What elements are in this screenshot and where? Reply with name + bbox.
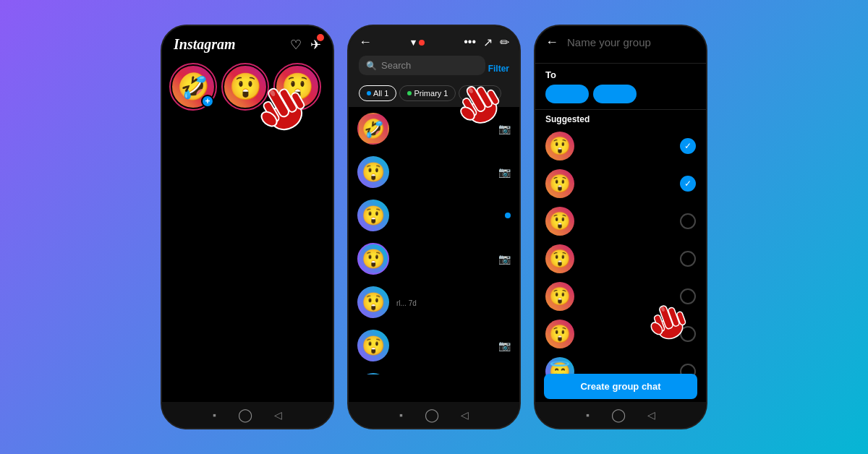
story-item-3[interactable]: 😲 [275, 64, 320, 109]
inbox-title: ▾ [411, 37, 425, 48]
radio-circle-3 [680, 213, 696, 229]
suggest-item-6[interactable]: 😲 [545, 315, 696, 353]
msg-avatar-1: 🤣 [357, 113, 389, 145]
msg-avatar-6: 😲 [357, 330, 389, 361]
to-section: To [535, 64, 706, 110]
chip-dot-green [407, 91, 412, 95]
filter-button[interactable]: Filter [488, 64, 509, 74]
suggest-avatar-3: 😲 [545, 207, 574, 236]
to-chips [545, 85, 696, 103]
to-label: To [545, 69, 696, 80]
radio-circle-5 [680, 288, 696, 304]
bottom-nav-1: ▪ ◯ ◁ [162, 402, 333, 428]
nav-square-2[interactable]: ▪ [399, 409, 403, 421]
camera-icon-4: 📷 [498, 253, 511, 265]
messenger-icon[interactable]: ✈ [310, 37, 321, 53]
radio-checked-1: ✓ [680, 138, 696, 154]
nav-circle-3[interactable]: ◯ [611, 407, 626, 423]
to-chip-2[interactable] [593, 85, 637, 103]
nav-back-2[interactable]: ◁ [461, 409, 469, 421]
notification-badge [317, 34, 324, 41]
suggest-avatar-1: 😲 [545, 132, 574, 160]
filter-chip-all[interactable]: All 1 [359, 85, 396, 101]
search-bar[interactable]: 🔍 Search [359, 56, 485, 75]
bottom-nav-3: ▪ ◯ ◁ [535, 402, 706, 428]
msg-time-5: rl... 7d [396, 299, 417, 307]
radio-circle-4 [680, 251, 696, 267]
filter-chip-primary[interactable]: Primary 1 [399, 85, 456, 101]
to-chip-1[interactable] [545, 85, 589, 103]
story-item-2[interactable]: 😲 [223, 64, 268, 109]
filter-chips: All 1 Primary 1 Gene... [359, 85, 509, 101]
suggest-item-1[interactable]: 😲 ✓ [545, 127, 696, 165]
msg-avatar-7: 😲 [357, 373, 389, 374]
feed-area [162, 115, 333, 375]
phone3-header: ← Name your group [535, 26, 706, 64]
phone1-header: Instagram ♡ ✈ [162, 26, 333, 59]
camera-icon-2: 📷 [498, 166, 511, 178]
chip-all-label: All 1 [373, 89, 388, 98]
msg-avatar-3: 😲 [357, 200, 389, 231]
suggest-item-5[interactable]: 😲 [545, 278, 696, 315]
chip-primary-label: Primary 1 [414, 89, 448, 98]
phone-2-messages: ← ▾ ••• ↗ ✏ 🔍 Search Filter All 1 [347, 25, 521, 429]
message-list: 🤣 📷 😲 📷 😲 😲 📷 😲 rl... 7d 😲 [349, 107, 519, 374]
instagram-logo: Instagram [174, 36, 236, 53]
message-item-7[interactable]: 😲 [349, 367, 519, 374]
camera-icon-1: 📷 [498, 123, 511, 134]
suggest-avatar-6: 😲 [545, 320, 574, 348]
msg-info-5: rl... 7d [396, 296, 511, 309]
stories-row: 🤣 + 😲 😲 [162, 59, 333, 115]
suggested-label: Suggested [545, 114, 696, 124]
msg-avatar-4: 😲 [357, 243, 389, 275]
more-options-icon[interactable]: ••• [464, 35, 476, 49]
inbox-notification-dot [419, 40, 425, 46]
top-icons: ••• ↗ ✏ [464, 35, 509, 49]
phone2-top-bar: ← ▾ ••• ↗ ✏ [359, 35, 509, 50]
back-arrow-2[interactable]: ← [359, 35, 372, 50]
suggest-avatar-5: 😲 [545, 282, 574, 311]
chip-general-label: Gene... [467, 89, 493, 98]
unread-dot-3 [505, 213, 511, 218]
phone-1-instagram: Instagram ♡ ✈ 🤣 + 😲 😲 [161, 25, 334, 429]
radio-checked-2: ✓ [680, 176, 696, 192]
search-icon: 🔍 [366, 61, 377, 71]
bottom-nav-2: ▪ ◯ ◁ [349, 402, 519, 428]
suggest-item-4[interactable]: 😲 [545, 240, 696, 278]
compose-icon[interactable]: ↗ [483, 35, 493, 49]
message-item-6[interactable]: 😲 📷 [349, 324, 519, 367]
suggest-item-3[interactable]: 😲 [545, 202, 696, 240]
suggest-avatar-2: 😲 [545, 169, 574, 198]
back-arrow-3[interactable]: ← [545, 35, 558, 50]
chip-dot-blue [367, 91, 371, 95]
camera-icon-6: 📷 [498, 340, 511, 351]
message-item-3[interactable]: 😲 [349, 194, 519, 237]
msg-avatar-5: 😲 [357, 286, 389, 318]
group-chat-title: Name your group [567, 36, 651, 48]
message-item-2[interactable]: 😲 📷 [349, 150, 519, 194]
message-item-4[interactable]: 😲 📷 [349, 237, 519, 280]
nav-circle-2[interactable]: ◯ [425, 407, 439, 423]
new-message-icon[interactable]: ✏ [500, 35, 509, 49]
story-item-1[interactable]: 🤣 + [171, 64, 216, 109]
add-story-badge: + [201, 95, 214, 108]
nav-square-3[interactable]: ▪ [586, 409, 590, 421]
nav-circle-1[interactable]: ◯ [238, 407, 252, 423]
phone-3-group: ← Name your group To Suggested 😲 ✓ 😲 ✓ 😲 [534, 25, 707, 429]
phone2-header: ← ▾ ••• ↗ ✏ 🔍 Search Filter All 1 [349, 26, 519, 107]
filter-chip-general[interactable]: Gene... [459, 85, 501, 101]
search-placeholder: Search [381, 60, 411, 71]
suggested-section: Suggested 😲 ✓ 😲 ✓ 😲 😲 😲 😲 [535, 110, 706, 395]
create-group-button[interactable]: Create group chat [544, 374, 697, 399]
message-item-5[interactable]: 😲 rl... 7d [349, 280, 519, 324]
msg-avatar-2: 😲 [357, 156, 389, 188]
suggest-item-2[interactable]: 😲 ✓ [545, 165, 696, 202]
nav-square-1[interactable]: ▪ [213, 409, 216, 421]
heart-icon[interactable]: ♡ [290, 37, 302, 53]
nav-back-3[interactable]: ◁ [647, 409, 655, 421]
radio-circle-6 [680, 326, 696, 342]
phone3-top-bar: ← Name your group [545, 35, 696, 50]
nav-back-1[interactable]: ◁ [274, 409, 282, 421]
header-icons: ♡ ✈ [290, 37, 321, 53]
message-item-1[interactable]: 🤣 📷 [349, 107, 519, 150]
